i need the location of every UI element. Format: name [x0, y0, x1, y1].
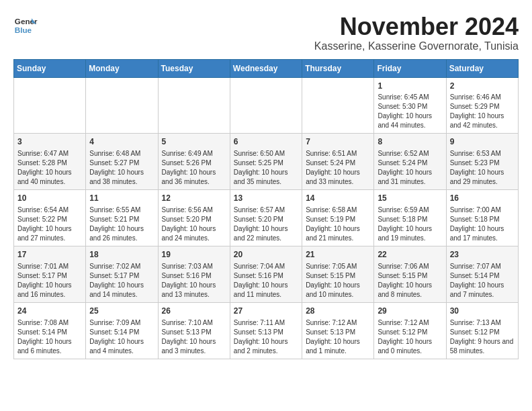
day-number: 13	[234, 193, 298, 204]
calendar-week-row: 24Sunrise: 7:08 AMSunset: 5:14 PMDayligh…	[14, 302, 519, 359]
calendar-cell: 4Sunrise: 6:48 AMSunset: 5:27 PMDaylight…	[86, 134, 158, 190]
day-info: Sunrise: 7:11 AMSunset: 5:13 PMDaylight:…	[234, 318, 298, 356]
calendar-cell: 3Sunrise: 6:47 AMSunset: 5:28 PMDaylight…	[14, 134, 86, 190]
day-info: Sunrise: 7:09 AMSunset: 5:14 PMDaylight:…	[89, 318, 154, 356]
day-number: 29	[378, 306, 442, 317]
calendar-cell: 1Sunrise: 6:45 AMSunset: 5:30 PMDaylight…	[374, 77, 446, 134]
svg-text:General: General	[15, 17, 38, 26]
weekday-header: Friday	[374, 59, 446, 77]
calendar-cell	[158, 77, 230, 134]
calendar-cell: 11Sunrise: 6:55 AMSunset: 5:21 PMDayligh…	[86, 190, 158, 246]
calendar-cell: 12Sunrise: 6:56 AMSunset: 5:20 PMDayligh…	[158, 190, 230, 246]
calendar-cell: 28Sunrise: 7:12 AMSunset: 5:13 PMDayligh…	[302, 302, 374, 359]
day-info: Sunrise: 6:48 AMSunset: 5:27 PMDaylight:…	[89, 149, 154, 187]
month-title: November 2024	[314, 13, 519, 40]
day-info: Sunrise: 6:47 AMSunset: 5:28 PMDaylight:…	[17, 149, 82, 187]
calendar-cell: 14Sunrise: 6:58 AMSunset: 5:19 PMDayligh…	[302, 190, 374, 246]
day-info: Sunrise: 6:50 AMSunset: 5:25 PMDaylight:…	[234, 149, 298, 187]
calendar-cell: 13Sunrise: 6:57 AMSunset: 5:20 PMDayligh…	[230, 190, 302, 246]
day-info: Sunrise: 6:51 AMSunset: 5:24 PMDaylight:…	[306, 149, 370, 187]
day-number: 30	[450, 306, 515, 317]
day-number: 2	[450, 81, 515, 92]
day-info: Sunrise: 6:46 AMSunset: 5:29 PMDaylight:…	[450, 93, 515, 130]
day-info: Sunrise: 6:49 AMSunset: 5:26 PMDaylight:…	[162, 149, 226, 187]
day-number: 18	[89, 249, 154, 261]
calendar-cell: 9Sunrise: 6:53 AMSunset: 5:23 PMDaylight…	[446, 134, 518, 190]
day-info: Sunrise: 6:56 AMSunset: 5:20 PMDaylight:…	[162, 205, 226, 243]
weekday-header: Thursday	[302, 59, 374, 77]
calendar-week-row: 1Sunrise: 6:45 AMSunset: 5:30 PMDaylight…	[14, 77, 519, 134]
day-info: Sunrise: 6:52 AMSunset: 5:24 PMDaylight:…	[378, 149, 442, 187]
calendar-cell: 27Sunrise: 7:11 AMSunset: 5:13 PMDayligh…	[230, 302, 302, 359]
day-number: 4	[89, 136, 154, 148]
day-info: Sunrise: 7:07 AMSunset: 5:14 PMDaylight:…	[450, 262, 515, 300]
day-number: 8	[378, 136, 442, 148]
calendar-cell: 26Sunrise: 7:10 AMSunset: 5:13 PMDayligh…	[158, 302, 230, 359]
day-info: Sunrise: 6:57 AMSunset: 5:20 PMDaylight:…	[234, 205, 298, 243]
day-number: 10	[17, 193, 82, 204]
weekday-header: Wednesday	[230, 59, 302, 77]
day-info: Sunrise: 6:45 AMSunset: 5:30 PMDaylight:…	[378, 93, 442, 130]
day-info: Sunrise: 7:04 AMSunset: 5:16 PMDaylight:…	[234, 262, 298, 300]
day-number: 3	[17, 136, 82, 148]
page-header: General Blue November 2024 Kasserine, Ka…	[13, 13, 519, 52]
weekday-header: Saturday	[446, 59, 518, 77]
day-number: 25	[89, 306, 154, 317]
day-number: 17	[17, 249, 82, 261]
logo-icon: General Blue	[13, 13, 38, 38]
day-info: Sunrise: 7:00 AMSunset: 5:18 PMDaylight:…	[450, 205, 515, 243]
day-number: 9	[450, 136, 515, 148]
calendar-cell: 5Sunrise: 6:49 AMSunset: 5:26 PMDaylight…	[158, 134, 230, 190]
day-info: Sunrise: 7:05 AMSunset: 5:15 PMDaylight:…	[306, 262, 370, 300]
day-number: 14	[306, 193, 370, 204]
day-info: Sunrise: 7:08 AMSunset: 5:14 PMDaylight:…	[17, 318, 82, 356]
calendar-body: 1Sunrise: 6:45 AMSunset: 5:30 PMDaylight…	[14, 77, 519, 359]
calendar-cell: 18Sunrise: 7:02 AMSunset: 5:17 PMDayligh…	[86, 246, 158, 302]
calendar-cell: 22Sunrise: 7:06 AMSunset: 5:15 PMDayligh…	[374, 246, 446, 302]
day-number: 7	[306, 136, 370, 148]
calendar-table: SundayMondayTuesdayWednesdayThursdayFrid…	[13, 59, 519, 359]
calendar-header: SundayMondayTuesdayWednesdayThursdayFrid…	[14, 59, 519, 77]
day-number: 6	[234, 136, 298, 148]
svg-text:Blue: Blue	[15, 26, 32, 34]
day-number: 28	[306, 306, 370, 317]
day-number: 19	[162, 249, 226, 261]
day-number: 11	[89, 193, 154, 204]
calendar-cell: 29Sunrise: 7:12 AMSunset: 5:12 PMDayligh…	[374, 302, 446, 359]
day-number: 22	[378, 249, 442, 261]
day-info: Sunrise: 7:02 AMSunset: 5:17 PMDaylight:…	[89, 262, 154, 300]
day-info: Sunrise: 7:03 AMSunset: 5:16 PMDaylight:…	[162, 262, 226, 300]
location-title: Kasserine, Kasserine Governorate, Tunisi…	[314, 40, 519, 52]
day-number: 5	[162, 136, 226, 148]
calendar-cell: 15Sunrise: 6:59 AMSunset: 5:18 PMDayligh…	[374, 190, 446, 246]
day-number: 20	[234, 249, 298, 261]
day-info: Sunrise: 7:10 AMSunset: 5:13 PMDaylight:…	[162, 318, 226, 356]
weekday-header: Tuesday	[158, 59, 230, 77]
weekday-header: Monday	[86, 59, 158, 77]
day-number: 16	[450, 193, 515, 204]
day-info: Sunrise: 6:55 AMSunset: 5:21 PMDaylight:…	[89, 205, 154, 243]
title-block: November 2024 Kasserine, Kasserine Gover…	[314, 13, 519, 52]
logo: General Blue	[13, 13, 38, 38]
day-info: Sunrise: 7:12 AMSunset: 5:12 PMDaylight:…	[378, 318, 442, 356]
calendar-cell: 10Sunrise: 6:54 AMSunset: 5:22 PMDayligh…	[14, 190, 86, 246]
calendar-week-row: 10Sunrise: 6:54 AMSunset: 5:22 PMDayligh…	[14, 190, 519, 246]
calendar-cell: 16Sunrise: 7:00 AMSunset: 5:18 PMDayligh…	[446, 190, 518, 246]
day-number: 15	[378, 193, 442, 204]
calendar-cell: 19Sunrise: 7:03 AMSunset: 5:16 PMDayligh…	[158, 246, 230, 302]
day-info: Sunrise: 7:06 AMSunset: 5:15 PMDaylight:…	[378, 262, 442, 300]
day-info: Sunrise: 6:54 AMSunset: 5:22 PMDaylight:…	[17, 205, 82, 243]
day-number: 23	[450, 249, 515, 261]
day-number: 26	[162, 306, 226, 317]
calendar-week-row: 3Sunrise: 6:47 AMSunset: 5:28 PMDaylight…	[14, 134, 519, 190]
day-number: 27	[234, 306, 298, 317]
calendar-cell: 21Sunrise: 7:05 AMSunset: 5:15 PMDayligh…	[302, 246, 374, 302]
calendar-cell: 17Sunrise: 7:01 AMSunset: 5:17 PMDayligh…	[14, 246, 86, 302]
day-number: 1	[378, 81, 442, 92]
day-info: Sunrise: 6:59 AMSunset: 5:18 PMDaylight:…	[378, 205, 442, 243]
day-info: Sunrise: 7:12 AMSunset: 5:13 PMDaylight:…	[306, 318, 370, 356]
calendar-cell: 6Sunrise: 6:50 AMSunset: 5:25 PMDaylight…	[230, 134, 302, 190]
calendar-cell: 20Sunrise: 7:04 AMSunset: 5:16 PMDayligh…	[230, 246, 302, 302]
day-info: Sunrise: 6:53 AMSunset: 5:23 PMDaylight:…	[450, 149, 515, 187]
calendar-cell: 25Sunrise: 7:09 AMSunset: 5:14 PMDayligh…	[86, 302, 158, 359]
